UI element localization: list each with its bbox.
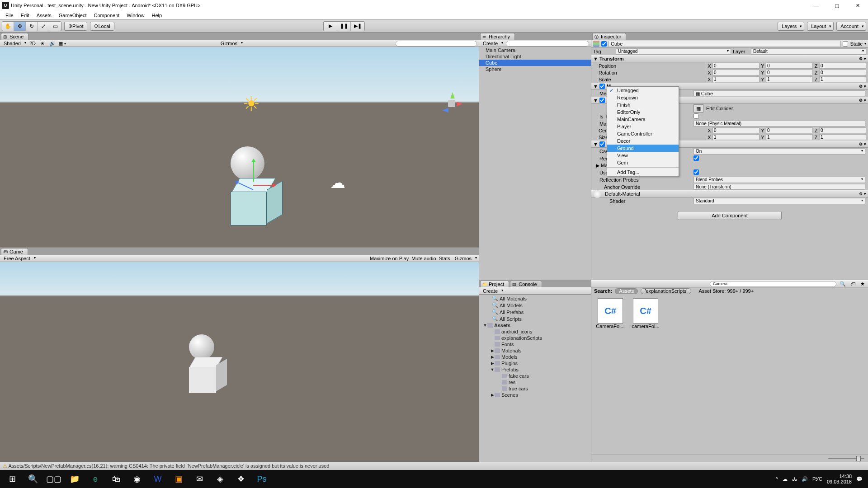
physmaterial-field[interactable]: None (Physic Material) xyxy=(693,121,865,127)
castshadows-dropdown[interactable]: On xyxy=(693,148,865,155)
account-dropdown[interactable]: Account xyxy=(836,22,866,31)
file-explorer-icon[interactable]: 📁 xyxy=(64,470,85,488)
audio-toggle-icon[interactable]: 🔊 xyxy=(49,41,56,47)
tray-notifications-icon[interactable]: 💬 xyxy=(856,476,863,482)
tab-console[interactable]: Console xyxy=(510,281,542,287)
move-gizmo-y-icon[interactable] xyxy=(253,160,254,182)
project-create-dropdown[interactable]: Create xyxy=(481,288,503,294)
lighting-toggle-icon[interactable]: ☀ xyxy=(39,41,46,47)
layer-dropdown[interactable]: Default xyxy=(751,48,866,55)
project-tree-item[interactable]: true cars xyxy=(479,385,591,392)
play-button[interactable]: ▶ xyxy=(324,22,337,31)
rotation-x-input[interactable] xyxy=(712,70,760,75)
menu-file[interactable]: File xyxy=(2,12,17,19)
pivot-toggle[interactable]: ⊕ Pivot xyxy=(64,22,87,31)
gameobject-active-checkbox[interactable] xyxy=(601,41,607,47)
reflectionprobes-dropdown[interactable]: Blend Probes xyxy=(693,177,865,183)
hierarchy-search-input[interactable] xyxy=(506,41,589,47)
project-tree-item[interactable]: res xyxy=(479,379,591,385)
receive-shadows-checkbox[interactable] xyxy=(693,155,699,161)
menu-help[interactable]: Help xyxy=(148,12,165,19)
edit-collider-button[interactable]: ▦ xyxy=(693,104,703,113)
tag-option[interactable]: Player xyxy=(607,123,679,130)
static-checkbox[interactable] xyxy=(843,41,848,47)
cube-object[interactable] xyxy=(226,178,280,232)
tray-chevron-icon[interactable]: ^ xyxy=(776,476,778,482)
search-scope-assets[interactable]: Assets xyxy=(615,288,638,294)
project-tree-item[interactable]: Fonts xyxy=(479,341,591,347)
move-gizmo-x-icon[interactable] xyxy=(253,185,275,186)
hand-tool-button[interactable]: ✋ xyxy=(2,22,14,31)
filter-by-label-icon[interactable]: 🏷 xyxy=(849,281,856,287)
tray-clock[interactable]: 14:38 09.03.2018 xyxy=(827,474,852,484)
layers-dropdown[interactable]: Layers xyxy=(778,22,804,31)
tag-option[interactable]: Untagged xyxy=(607,87,679,94)
status-message[interactable]: Assets/Scripts/NewPrefabManager.cs(16,21… xyxy=(3,463,329,469)
project-filter[interactable]: 🔍All Materials xyxy=(479,295,591,302)
search-scope-scripts[interactable]: 'explanationScripts' xyxy=(641,288,691,294)
aspect-dropdown[interactable]: Free Aspect xyxy=(2,256,36,261)
meshfilter-enabled-checkbox[interactable] xyxy=(599,84,605,89)
tag-option[interactable]: Finish xyxy=(607,101,679,108)
rotation-y-input[interactable] xyxy=(766,70,813,75)
save-search-icon[interactable]: ★ xyxy=(859,281,866,287)
tray-language[interactable]: РУС xyxy=(812,476,822,482)
meshrenderer-settings-icon[interactable]: ⚙ ▾ xyxy=(859,142,866,146)
word-icon[interactable]: W xyxy=(147,470,168,488)
tab-game[interactable]: Game xyxy=(1,248,28,255)
boxcollider-enabled-checkbox[interactable] xyxy=(599,98,605,103)
scale-z-input[interactable] xyxy=(819,76,866,82)
mail-icon[interactable]: ✉ xyxy=(189,470,210,488)
project-search-input[interactable] xyxy=(710,281,836,287)
hierarchy-item[interactable]: Main Camera xyxy=(479,47,591,53)
project-tree-item[interactable]: android_icons xyxy=(479,328,591,335)
position-z-input[interactable] xyxy=(819,63,866,69)
tray-network-icon[interactable]: 🖧 xyxy=(792,476,797,482)
scale-y-input[interactable] xyxy=(766,76,813,82)
position-y-input[interactable] xyxy=(766,63,813,69)
asset-item[interactable]: C#cameraFol... xyxy=(630,298,661,329)
filter-by-type-icon[interactable]: 🔍 xyxy=(839,281,846,287)
pause-button[interactable]: ❚❚ xyxy=(337,22,351,31)
tab-project[interactable]: Project xyxy=(480,281,509,287)
project-tree-item[interactable]: ▶Plugins xyxy=(479,360,591,366)
meshfilter-settings-icon[interactable]: ⚙ ▾ xyxy=(859,84,866,89)
stats-toggle[interactable]: Stats xyxy=(439,256,450,261)
anchor-field[interactable]: None (Transform) xyxy=(693,184,865,190)
center-y-input[interactable] xyxy=(766,127,813,133)
rotation-z-input[interactable] xyxy=(819,70,866,75)
tag-option[interactable]: Decor xyxy=(607,137,679,145)
edge-icon[interactable]: e xyxy=(85,470,106,488)
minimize-button[interactable]: — xyxy=(806,0,826,11)
step-button[interactable]: ▶❚ xyxy=(351,22,364,31)
position-x-input[interactable] xyxy=(712,63,760,69)
hierarchy-item[interactable]: Sphere xyxy=(479,66,591,72)
sphere-object[interactable] xyxy=(231,146,264,180)
add-component-button[interactable]: Add Component xyxy=(678,211,782,220)
unity-icon[interactable]: ◈ xyxy=(210,470,231,488)
tag-option[interactable]: GameController xyxy=(607,130,679,137)
gizmos-dropdown[interactable]: Gizmos xyxy=(219,41,243,46)
material-settings-icon[interactable]: ⚙ ▾ xyxy=(859,192,866,196)
photoshop-icon[interactable]: Ps xyxy=(251,470,272,488)
store-icon[interactable]: 🛍 xyxy=(106,470,127,488)
tag-option[interactable]: View xyxy=(607,152,679,159)
menu-component[interactable]: Component xyxy=(90,12,123,19)
project-tree-item[interactable]: ▶Scenes xyxy=(479,392,591,398)
rotate-tool-button[interactable]: ↻ xyxy=(26,22,38,31)
tab-scene[interactable]: Scene xyxy=(1,33,28,40)
tab-hierarchy[interactable]: Hierarchy xyxy=(480,33,515,40)
maximize-button[interactable]: ▢ xyxy=(826,0,847,11)
shader-dropdown[interactable]: Standard xyxy=(693,198,865,204)
menu-gameobject[interactable]: GameObject xyxy=(55,12,90,19)
tag-option[interactable]: MainCamera xyxy=(607,116,679,123)
gameobject-name-input[interactable] xyxy=(609,41,841,47)
tray-onedrive-icon[interactable]: ☁ xyxy=(783,476,788,482)
search-button[interactable]: 🔍 xyxy=(23,470,43,488)
scale-tool-button[interactable]: ⤢ xyxy=(38,22,49,31)
transform-settings-icon[interactable]: ⚙ ▾ xyxy=(859,56,866,61)
shading-mode-dropdown[interactable]: Shaded xyxy=(2,41,26,46)
center-z-input[interactable] xyxy=(819,127,866,133)
mode-2d-toggle[interactable]: 2D xyxy=(29,41,36,47)
scene-search-input[interactable] xyxy=(396,41,477,47)
